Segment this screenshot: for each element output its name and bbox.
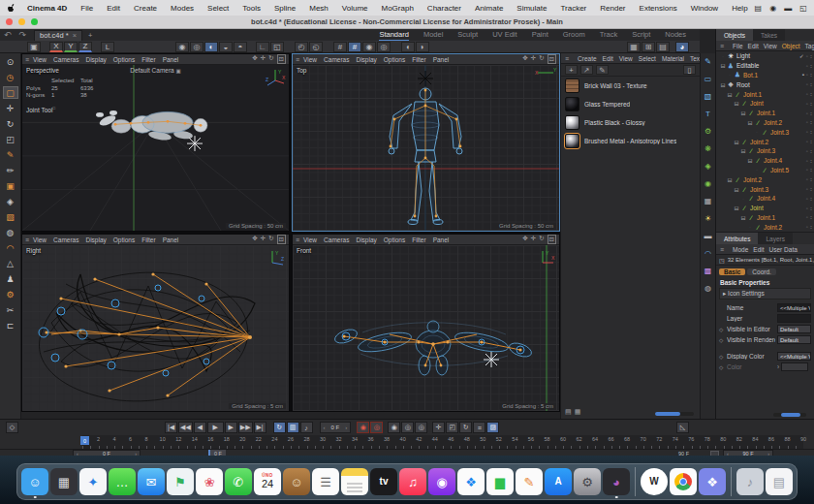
object-joint-3[interactable]: ⊟∕Joint.3◦: [716, 184, 814, 194]
zoom-window-button[interactable] [31, 18, 38, 25]
expand-toggle[interactable]: ⊟ [733, 139, 740, 145]
dock-photos[interactable]: ❀ [196, 468, 223, 495]
tweak-frame-tool[interactable]: ▣ [3, 179, 18, 192]
pan-icon[interactable]: ✥ [252, 235, 257, 244]
dolly-icon[interactable]: ✛ [261, 235, 266, 244]
menubar-item-create[interactable]: Create [127, 4, 164, 13]
enable-dots[interactable]: : [810, 214, 812, 220]
material-thumbnail[interactable] [565, 134, 579, 148]
snap-mode-2d[interactable]: ◎ [377, 42, 391, 52]
visibility-toggle[interactable]: ◦ [806, 186, 808, 192]
live-selection-tool[interactable]: ◷ [3, 71, 18, 83]
panel-menu-create[interactable]: Create [578, 55, 597, 62]
front-canvas[interactable]: Front Grid Spacing : 5 cm YX [293, 245, 559, 411]
expand-toggle[interactable]: ⊟ [739, 147, 747, 154]
spline-rectangle[interactable]: ▭ [704, 75, 712, 83]
interactive-render-region[interactable]: ▤ [656, 42, 670, 52]
dock-keynote[interactable]: ❖ [457, 468, 485, 495]
expand-toggle[interactable]: ⊟ [739, 214, 747, 221]
enable-dots[interactable]: : [810, 119, 812, 125]
light[interactable]: ☀ [704, 214, 711, 223]
panel-menu-file[interactable]: File [733, 43, 742, 49]
viewport-menu-display[interactable]: Display [356, 236, 376, 243]
enable-dots[interactable]: : [810, 129, 812, 135]
viewport-menu-view[interactable]: View [33, 56, 47, 63]
menubar-item-mograph[interactable]: MoGraph [375, 4, 421, 13]
viewport-menu-filter[interactable]: Filter [141, 56, 155, 63]
enable-quantizing[interactable]: # [348, 42, 361, 52]
measure-tool[interactable]: ⊏ [3, 319, 18, 331]
enable-dots[interactable]: : [810, 196, 812, 202]
object-joint-1[interactable]: ⊟∕Joint.1◦: [716, 109, 814, 118]
object-joint-5[interactable]: ·∕Joint.5◦: [716, 166, 814, 175]
pen-tool[interactable]: ✎ [3, 148, 18, 161]
orbit-icon[interactable]: ↻ [268, 54, 273, 64]
dock-pages[interactable]: ✎ [516, 468, 543, 495]
grammarly-icon[interactable]: ▤ [755, 4, 763, 13]
layout-tab-nodes[interactable]: Nodes [665, 29, 686, 42]
text-spline[interactable]: T [705, 110, 710, 118]
mode-chip-coord[interactable]: Coord. [747, 268, 776, 275]
layout-tab-script[interactable]: Script [632, 29, 650, 42]
keyframe-dot[interactable]: ◇ [719, 364, 725, 370]
object-joint-2[interactable]: ·∕Joint.2◦: [716, 222, 814, 232]
visibility-toggle[interactable]: ◦ [806, 167, 808, 173]
keyframe-dot[interactable]: ◇ [719, 354, 725, 360]
viewport-top[interactable]: ≡ ViewCamerasDisplayOptionsFilterPanel ✥… [292, 53, 560, 232]
object-joint-4[interactable]: ⊟∕Joint.4◦: [716, 156, 814, 166]
menubar-item-select[interactable]: Select [201, 4, 235, 13]
enable-dots[interactable]: : [810, 186, 812, 192]
close-tab-icon[interactable]: × [73, 31, 77, 40]
dock-mail[interactable]: ✉ [138, 468, 165, 495]
menubar-item-extensions[interactable]: Extensions [633, 4, 684, 13]
redo-icon[interactable]: ↷ [16, 30, 31, 40]
hamburger-icon[interactable]: ≡ [296, 56, 299, 63]
enable-dots[interactable]: : [810, 81, 812, 87]
maximize-icon[interactable]: ⊡ [277, 235, 286, 244]
viewport-menu-filter[interactable]: Filter [412, 236, 425, 243]
visibility-toggle[interactable]: ◦ [806, 129, 808, 135]
dock-podcasts[interactable]: ◉ [428, 468, 455, 495]
field[interactable]: ◉ [704, 179, 711, 188]
hamburger-icon[interactable]: ≡ [296, 236, 299, 243]
viewport-front[interactable]: ≡ ViewCamerasDisplayOptionsFilterPanel ✥… [292, 234, 560, 412]
material-thumbnail[interactable] [565, 115, 579, 130]
viewport-menu-panel[interactable]: Panel [433, 56, 450, 63]
cube-primitive[interactable]: ▧ [704, 92, 712, 101]
camera[interactable]: ▦ [704, 197, 712, 205]
viewport-menu-filter[interactable]: Filter [141, 236, 155, 243]
right-canvas[interactable]: Right Grid Spacing : 5 cm YZ [22, 245, 289, 411]
icon-settings-group[interactable]: ▸ Icon Settings [719, 288, 811, 299]
dock-numbers[interactable]: ▆ [486, 468, 514, 495]
dock-music[interactable]: ♫ [399, 468, 426, 495]
object-joint-4[interactable]: ·∕Joint.4◦: [716, 194, 814, 204]
viewport-menu-display[interactable]: Display [85, 56, 106, 63]
keyframe-dot[interactable]: ◇ [719, 337, 725, 343]
attribute-scrollbar[interactable] [773, 413, 806, 417]
enable-dots[interactable]: : [810, 91, 812, 97]
layout-tab-uv-edit[interactable]: UV Edit [492, 29, 517, 42]
object-joint[interactable]: ⊟∕Joint◦: [716, 99, 814, 109]
record-rotation[interactable]: ↻ [459, 422, 472, 433]
layout-tab-track[interactable]: Track [600, 29, 617, 42]
dock-finder[interactable]: ☺ [21, 468, 48, 495]
field-visible-in-renderer[interactable]: Default [777, 335, 811, 344]
dock-apple-tv[interactable]: tv [370, 468, 397, 495]
viewport-menu-panel[interactable]: Panel [163, 236, 179, 243]
keyboard-icon[interactable]: ▬ [784, 4, 792, 13]
render-view[interactable]: ▦ [627, 42, 641, 52]
prev-frame[interactable]: ◀ [194, 422, 206, 433]
dolly-icon[interactable]: ✛ [261, 54, 266, 64]
subdivision-surface[interactable]: ⚙ [704, 127, 711, 136]
object-tag[interactable]: ✓ [799, 52, 804, 59]
deformer[interactable]: ◈ [704, 162, 710, 171]
current-frame-spinner[interactable]: ‹0 F› [320, 422, 352, 433]
visibility-toggle[interactable]: ◦ [806, 91, 808, 97]
visibility-toggle[interactable]: ◦ [806, 214, 808, 220]
visibility-toggle[interactable]: ◦ [806, 53, 808, 59]
timeline-ruler[interactable]: 0 24681012141618202224262830323436384042… [82, 435, 803, 449]
dock-facetime[interactable]: ✆ [225, 468, 252, 495]
material-scrollbar[interactable] [655, 412, 694, 416]
enable-dots[interactable]: : [810, 72, 812, 78]
object-joint-1[interactable]: ⊟∕Joint.1◦: [716, 213, 814, 223]
